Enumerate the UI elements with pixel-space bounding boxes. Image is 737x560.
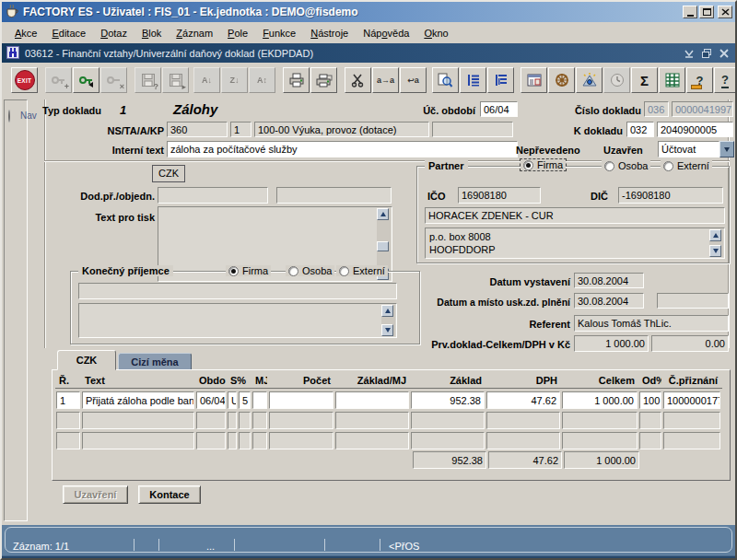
konecny-externi-radio[interactable]: Externí [336, 265, 388, 276]
combo-arrow-button[interactable] [719, 141, 734, 158]
export-excel-button[interactable] [659, 67, 685, 93]
cell-text[interactable]: Přijatá záloha podle banko [82, 391, 194, 409]
konecny-address-area[interactable] [78, 303, 397, 338]
cut-button[interactable] [345, 67, 371, 93]
kontace-button[interactable]: Kontace [138, 485, 201, 504]
prv-dph-field[interactable]: 0.00 [651, 335, 729, 352]
menu-funkce[interactable]: Funkce [255, 25, 303, 41]
dod-field-1[interactable] [158, 187, 268, 204]
scroll-down-button[interactable] [709, 245, 721, 257]
datum-vystaveni-field[interactable]: 30.08.2004 [574, 273, 644, 288]
ns-field-3[interactable]: 100-00 Výuka, provoz (dotace) [254, 122, 429, 137]
search-button[interactable] [432, 67, 459, 93]
cell-pocet[interactable] [269, 412, 333, 429]
scroll-up-button[interactable] [709, 229, 721, 241]
menu-napoveda[interactable]: Nápověda [356, 25, 416, 41]
partner-name-field[interactable]: HORACEK ZDENEK - CUR [425, 207, 725, 224]
cell-s2[interactable]: 5 [239, 391, 251, 409]
cell-r[interactable] [56, 432, 80, 449]
help-topics-button[interactable]: ? [686, 67, 713, 93]
help-button[interactable]: ? [714, 67, 736, 93]
close-button[interactable] [718, 6, 732, 18]
scroll-up-button[interactable] [377, 208, 389, 220]
currency-box[interactable]: CZK [152, 165, 185, 182]
maximize-button[interactable] [699, 6, 714, 18]
menu-okno[interactable]: Okno [416, 25, 455, 41]
partner-address-area[interactable]: p.o. box 8008 HOOFDDORP [425, 228, 725, 259]
delete-key-button[interactable]: × [100, 67, 127, 93]
execute-query-button[interactable]: ▸ [162, 67, 189, 93]
cell-priznani[interactable]: 1000000177 [663, 391, 720, 409]
print-button[interactable] [283, 67, 310, 93]
cell-s1[interactable] [228, 412, 237, 429]
uzavren-combo[interactable]: Účtovat [658, 141, 734, 158]
cell-priznani[interactable] [663, 412, 720, 429]
interni-text-field[interactable]: záloha za počítačové služby [167, 141, 518, 158]
cell-obdobi[interactable] [196, 432, 226, 449]
sum-button[interactable]: Σ [631, 67, 658, 93]
partner-externi-radio[interactable]: Externí [661, 160, 712, 171]
cell-zaklad-mj[interactable] [335, 412, 409, 429]
nav-radio[interactable] [8, 110, 10, 122]
tab-cizi-mena[interactable]: Cizí měna [118, 353, 192, 370]
cell-mj[interactable] [252, 432, 267, 449]
mdi-restore-button[interactable] [699, 46, 713, 60]
cell-zaklad-mj[interactable] [335, 432, 409, 449]
cell-obdobi[interactable] [196, 412, 226, 429]
scrollbar[interactable] [381, 305, 395, 336]
menu-zaznam[interactable]: Záznam [169, 25, 220, 41]
scroll-up-button[interactable] [381, 305, 393, 317]
cell-dph[interactable]: 47.62 [486, 391, 560, 409]
cell-priznani[interactable] [663, 432, 720, 449]
tree-button[interactable] [487, 67, 514, 93]
cell-obdobi[interactable]: 06/04 [196, 391, 226, 409]
k-dokladu-prefix-field[interactable]: 032 [626, 122, 654, 137]
wheel-button[interactable] [548, 67, 575, 93]
cell-dph[interactable] [486, 432, 560, 449]
clock-button[interactable] [603, 67, 630, 93]
misto-field[interactable] [657, 293, 729, 309]
cell-r[interactable]: 1 [56, 391, 80, 409]
scroll-thumb[interactable] [377, 241, 389, 251]
minimize-button[interactable] [683, 6, 697, 18]
partner-osoba-radio[interactable]: Osoba [602, 160, 650, 171]
cell-mj[interactable] [252, 391, 267, 409]
calendar-form-button[interactable] [521, 67, 547, 93]
paste-button[interactable]: ↩a [400, 67, 427, 93]
exit-button[interactable]: EXIT [11, 67, 38, 93]
menu-blok[interactable]: Blok [135, 25, 169, 41]
cell-s2[interactable] [239, 432, 251, 449]
cell-text[interactable] [82, 432, 194, 449]
dod-field-2[interactable] [276, 187, 392, 204]
cell-zaklad[interactable]: 952.38 [411, 391, 485, 409]
referent-field[interactable]: Kalous Tomáš ThLic. [574, 315, 729, 332]
ns-field-1[interactable]: 360 [167, 122, 228, 137]
scroll-down-button[interactable] [381, 324, 393, 336]
scrollbar[interactable] [709, 229, 723, 257]
copy-button[interactable]: a→a [372, 67, 399, 93]
prv-celkem-field[interactable]: 1 000.00 [574, 335, 649, 352]
cell-zaklad[interactable] [411, 432, 485, 449]
cell-celkem[interactable] [562, 412, 638, 429]
cell-od[interactable] [639, 432, 661, 449]
sort-custom-button[interactable]: A↕ [249, 67, 275, 93]
cell-mj[interactable] [252, 412, 267, 429]
cislo-dokladu-field[interactable]: 0000041997 [672, 101, 733, 117]
print-multiple-button[interactable] [310, 67, 337, 93]
cell-s1[interactable] [228, 432, 237, 449]
sort-asc-button[interactable]: A↓ [193, 67, 220, 93]
sort-desc-button[interactable]: Z↓ [221, 67, 248, 93]
datum-plneni-field[interactable]: 30.08.2004 [574, 293, 644, 309]
menu-dotaz[interactable]: Dotaz [93, 25, 135, 41]
menu-akce[interactable]: Akce [7, 25, 44, 41]
update-key-button[interactable] [73, 67, 99, 93]
ns-field-2[interactable]: 1 [230, 122, 252, 137]
cell-text[interactable] [82, 412, 194, 429]
mdi-close-button[interactable] [717, 46, 731, 60]
dic-field[interactable]: -16908180 [618, 187, 723, 204]
insert-key-button[interactable]: + [45, 67, 72, 93]
cell-od[interactable] [639, 412, 661, 429]
cell-od[interactable]: 100 [639, 391, 661, 409]
konecny-name-field[interactable] [78, 283, 397, 299]
mdi-minimize-button[interactable] [682, 46, 696, 60]
